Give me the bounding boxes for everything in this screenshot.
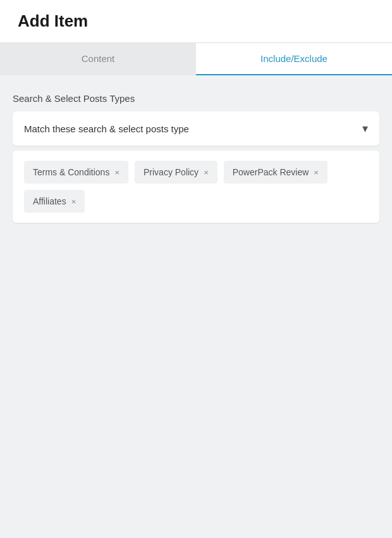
page-title: Add Item (18, 11, 374, 31)
tag-remove-affiliates[interactable]: × (71, 197, 77, 206)
tag-privacy-policy: Privacy Policy × (135, 161, 217, 184)
tag-label: Affiliates (33, 196, 66, 206)
section-label: Search & Select Posts Types (13, 93, 379, 104)
tag-label: Terms & Conditions (33, 167, 109, 177)
dropdown-text: Match these search & select posts type (24, 123, 189, 134)
page-header: Add Item (0, 0, 392, 43)
posts-type-dropdown[interactable]: Match these search & select posts type ▾ (13, 111, 379, 146)
tabs-bar: Content Include/Exclude (0, 43, 392, 75)
main-content: Search & Select Posts Types Match these … (0, 75, 392, 235)
tag-label: Privacy Policy (144, 167, 199, 177)
tag-remove-terms[interactable]: × (114, 168, 119, 177)
chevron-down-icon: ▾ (362, 122, 368, 135)
tag-label: PowerPack Review (233, 167, 309, 177)
tags-container: Terms & Conditions × Privacy Policy × Po… (13, 151, 379, 223)
tag-affiliates: Affiliates × (24, 190, 85, 213)
tag-terms-conditions: Terms & Conditions × (24, 161, 128, 184)
tag-remove-powerpack[interactable]: × (314, 168, 319, 177)
tag-remove-privacy[interactable]: × (204, 168, 209, 177)
tab-content[interactable]: Content (0, 43, 196, 75)
tab-include-exclude[interactable]: Include/Exclude (196, 43, 392, 75)
tag-powerpack-review: PowerPack Review × (224, 161, 328, 184)
